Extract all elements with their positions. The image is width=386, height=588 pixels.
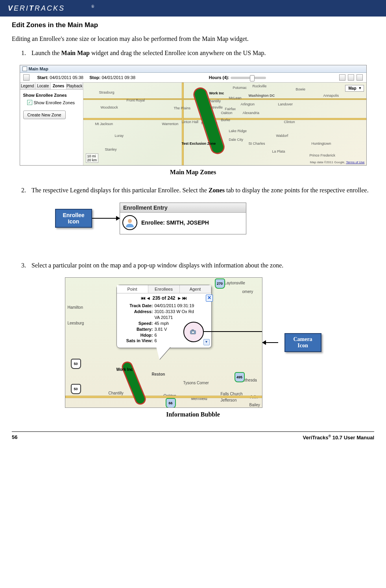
bubble-record-nav: ⏮ ◀ 235 of 242 ▶ ⏭ [117, 293, 211, 302]
main-map-screenshot: Main Map Start: 04/01/2011 05:38 Stop: 0… [20, 65, 367, 166]
toolbar-refresh-icon[interactable] [356, 74, 363, 81]
nav-first-icon[interactable]: ⏮ [141, 295, 146, 301]
city-label: Waldorf [276, 134, 288, 138]
city-label: La Plata [272, 149, 285, 153]
scroll-down-icon[interactable]: ▾ [203, 339, 210, 345]
city-label: Woodstock [101, 105, 118, 109]
show-zones-checkbox[interactable]: ✓ Show Enrollee Zones [27, 100, 80, 105]
camera-connector-line [203, 331, 262, 332]
window-title: Main Map [29, 66, 48, 71]
city-label: McLean [229, 96, 242, 100]
page-number: 56 [12, 434, 17, 441]
route-shield-icon: 50 [71, 384, 81, 394]
zone-label: Test Exclusion Zone [182, 142, 216, 146]
city-label: Leesburg [68, 321, 84, 325]
map-attribution: Map data ©2011 Google, Terms of Use [310, 160, 365, 164]
map-canvas[interactable]: Map Strasburg Woodstock Front Royal Mt J… [83, 83, 366, 165]
enrollment-panel: Enrollment Entry Enrollee: SMITH, JOSEPH [120, 203, 246, 234]
create-zone-button[interactable]: Create New Zone [23, 111, 66, 119]
hours-label: Hours (4): [209, 75, 229, 80]
enrollee-callout-block: Enrollee Icon Enrollment Entry Enrollee:… [55, 203, 374, 234]
city-label: Potomac [233, 86, 247, 90]
hours-slider[interactable] [231, 77, 266, 79]
callout-arrow-icon [92, 218, 120, 219]
enrollee-icon[interactable] [122, 215, 137, 230]
tab-zones[interactable]: Zones [51, 83, 66, 89]
callout-arrow-icon [262, 342, 278, 343]
step-1: Launch the Main Map widget and drag the … [28, 49, 374, 57]
city-label: Reston [152, 372, 165, 376]
terms-link[interactable]: Terms of Use [346, 160, 364, 164]
city-label: Luray [115, 134, 124, 138]
camera-glyph-icon [190, 329, 197, 335]
city-label: Mt Jackson [95, 122, 113, 126]
road-line [182, 83, 184, 165]
toolbar-icon[interactable] [23, 74, 30, 81]
tab-playback[interactable]: Playback [66, 83, 83, 89]
tab-locate[interactable]: Locate [35, 83, 51, 89]
city-label: Annapolis [323, 94, 339, 98]
figure-1-caption: Main Map Zones [12, 169, 374, 176]
city-label: Lake Ridge [229, 129, 247, 133]
city-label: Tysons Corner [183, 381, 209, 385]
enrollment-panel-title: Enrollment Entry [120, 203, 246, 213]
stop-value: 04/01/2011 09:38 [102, 75, 135, 80]
enrollee-row-label: Enrollee: [141, 219, 165, 226]
info-map-screenshot: Leesburg Hamilton Laytonsville Chantilly… [65, 277, 262, 408]
nav-position: 235 of 242 [152, 295, 175, 301]
route-shield-icon: 270 [215, 278, 225, 289]
person-icon [125, 218, 135, 227]
road-line [65, 396, 262, 398]
svg-text:VERITRACKS: VERITRACKS [8, 4, 65, 12]
svg-rect-5 [192, 330, 194, 331]
step-3: Select a particular point on the map and… [28, 261, 374, 270]
city-label: Bowie [296, 87, 306, 91]
bubble-tab-agent[interactable]: Agent [180, 285, 211, 293]
city-label: omery [242, 289, 253, 294]
city-label: Alexandria [243, 111, 260, 115]
page-footer: 56 VeriTracks® 10.7 User Manual [12, 433, 374, 443]
bubble-close-icon[interactable]: ✕ [206, 295, 213, 302]
step-2: The respective Legend displays for this … [28, 186, 374, 195]
brand-bar: VERITRACKS ® [0, 0, 386, 17]
nav-next-icon[interactable]: ▶ [178, 295, 181, 301]
city-label: Hamilton [68, 305, 83, 310]
city-label: Burke [221, 118, 231, 122]
city-label: Rockville [253, 84, 267, 88]
map-sidebar: Legend Locate Zones Playback Show Enroll… [20, 83, 83, 165]
intro-paragraph: Editing an Enrollee's zone size or locat… [12, 35, 374, 43]
camera-icon[interactable] [183, 322, 204, 342]
route-shield-icon: 50 [71, 359, 81, 369]
stop-label: Stop: [89, 75, 100, 80]
city-label: Jefferson [221, 398, 237, 402]
city-label: Linton Hall [182, 120, 199, 124]
toolbar-maximize-icon[interactable] [348, 74, 354, 81]
city-label: Warrenton [162, 122, 179, 126]
map-type-dropdown[interactable]: Map [345, 85, 364, 92]
nav-prev-icon[interactable]: ◀ [147, 295, 150, 301]
tab-legend[interactable]: Legend [20, 83, 35, 89]
start-label: Start: [37, 75, 49, 80]
enrollee-row-value: SMITH, JOSEPH [166, 219, 209, 226]
checkbox-label: Show Enrollee Zones [34, 100, 75, 105]
city-label: Front Royal [127, 98, 145, 102]
city-label: Washington DC [249, 94, 275, 98]
bubble-tab-enrollees[interactable]: Enrollees [148, 285, 180, 293]
nav-last-icon[interactable]: ⏭ [182, 295, 187, 301]
toolbar-collapse-icon[interactable] [339, 74, 345, 81]
track-label: Work Inc [116, 367, 133, 372]
city-label: Oakton [221, 111, 233, 115]
road-line [83, 98, 366, 100]
city-label: Dale City [229, 138, 244, 142]
city-label: Huntingtown [312, 142, 331, 146]
city-label: St Charles [249, 142, 265, 146]
brand-logo: VERITRACKS ® [8, 4, 110, 13]
start-value: 04/01/2011 05:38 [50, 75, 83, 80]
footer-product: VeriTracks® 10.7 User Manual [303, 434, 374, 441]
track-path [120, 360, 147, 406]
city-label: Landover [278, 102, 293, 106]
steps-list-2: The respective Legend displays for this … [28, 186, 374, 195]
enrollee-callout-label: Enrollee Icon [55, 209, 92, 228]
section-heading: Edit Zones in the Main Map [12, 21, 374, 29]
bubble-tab-point[interactable]: Point [117, 285, 148, 293]
